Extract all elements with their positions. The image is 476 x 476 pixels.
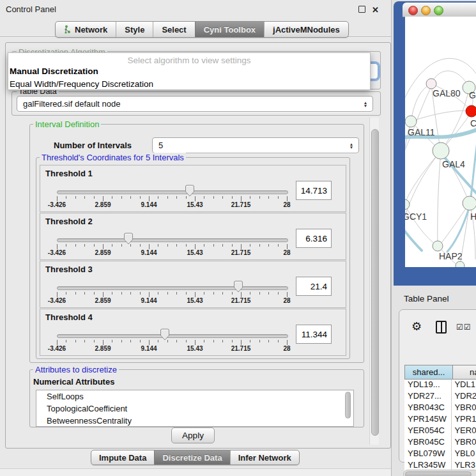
table-horizontal-scrollbar[interactable] <box>403 470 476 476</box>
zoom-window-icon[interactable] <box>434 6 443 15</box>
node-table: shared... na YDL19...YDL1YDR27...YDR2YBR… <box>404 365 476 476</box>
attribute-list-item[interactable]: BetweennessCentrality <box>36 415 353 427</box>
table-row[interactable]: YDL19...YDL1 <box>404 380 476 391</box>
table-row[interactable]: YDR27...YDR2 <box>404 391 476 403</box>
network-node-green[interactable] <box>405 116 417 127</box>
slider-tick <box>121 340 122 342</box>
tab-cyni-toolbox[interactable]: Cyni Toolbox <box>195 22 264 37</box>
network-edge[interactable] <box>438 151 441 246</box>
network-node-pink[interactable] <box>426 79 436 89</box>
cell-shared-name[interactable]: YPR145W <box>404 414 452 426</box>
close-panel-icon[interactable]: ✕ <box>371 6 380 14</box>
float-window-icon[interactable] <box>358 6 365 13</box>
network-edge[interactable] <box>405 151 441 204</box>
slider-track[interactable] <box>57 334 288 338</box>
cell-shared-name[interactable]: YDR27... <box>404 391 452 403</box>
attribute-list-item[interactable]: SelfLoops <box>36 390 353 403</box>
num-intervals-combo[interactable]: 5 ▲▼ <box>152 137 359 153</box>
tab-discretize-data[interactable]: Discretize Data <box>154 450 229 464</box>
slider-tick <box>149 340 150 345</box>
cell-name[interactable]: YBL0 <box>452 449 476 460</box>
table-row[interactable]: YBR043CYBR0 <box>404 403 476 414</box>
slider-tick <box>57 244 58 249</box>
slider-track[interactable] <box>57 286 288 290</box>
tab-impute-data[interactable]: Impute Data <box>91 450 154 464</box>
cell-shared-name[interactable]: YER054C <box>404 426 452 437</box>
slider-tick <box>103 292 104 297</box>
cyni-mode-tabbar: Impute Data Discretize Data Infer Networ… <box>91 450 300 465</box>
minimize-window-icon[interactable] <box>421 6 431 15</box>
network-node-green[interactable] <box>433 241 443 251</box>
tab-jactivemnodules[interactable]: jActiveMNodules <box>264 22 348 37</box>
table-data-combo[interactable]: galFiltered.sif default node ▲▼ <box>17 96 373 112</box>
network-canvas[interactable]: GAL80GACGAL11GAL4GCY1HHAP2 <box>405 17 476 267</box>
slider-handle[interactable] <box>123 233 134 245</box>
network-edge-thick[interactable] <box>405 225 422 250</box>
network-node-green[interactable] <box>456 261 464 267</box>
cell-shared-name[interactable]: YBR045C <box>404 437 452 449</box>
tab-infer-network[interactable]: Infer Network <box>230 450 299 464</box>
cell-name[interactable]: YBR0 <box>452 403 476 414</box>
network-edge[interactable] <box>405 204 438 246</box>
slider-handle[interactable] <box>185 185 195 197</box>
slider-tick <box>259 196 260 199</box>
algorithm-option-manual[interactable]: Manual Discretization <box>8 65 370 78</box>
network-edge[interactable] <box>411 84 431 121</box>
attribute-list-item[interactable]: TopologicalCoefficient <box>36 403 353 415</box>
gear-icon[interactable]: ⚙ <box>411 321 422 332</box>
cell-name[interactable]: YBR0 <box>452 437 476 449</box>
scrollbar-thumb[interactable] <box>405 472 472 476</box>
slider-tick <box>213 244 214 247</box>
column-header-shared-name[interactable]: shared... <box>404 365 453 380</box>
slider-tick <box>268 340 269 342</box>
slider-tick <box>204 340 204 342</box>
slider-tick <box>158 340 158 342</box>
slider-handle[interactable] <box>160 328 170 341</box>
table-row[interactable]: YBL079WYBL0 <box>404 449 476 460</box>
slider-track[interactable] <box>57 190 288 194</box>
tab-style[interactable]: Style <box>116 22 153 37</box>
network-node-green[interactable] <box>433 142 449 159</box>
threshold-value-field[interactable]: 14.713 <box>296 181 332 200</box>
apply-button[interactable]: Apply <box>171 427 215 443</box>
column-header-name[interactable]: na <box>453 365 476 380</box>
threshold-panel: Threshold 1-3.4262.8599.14415.4321.71528… <box>40 165 346 212</box>
slider-tick-label: 9.144 <box>134 201 164 208</box>
scrollbar-thumb[interactable] <box>345 392 351 418</box>
slider-tick <box>278 340 279 342</box>
main-vertical-scrollbar[interactable] <box>369 118 379 445</box>
cell-shared-name[interactable]: YBL079W <box>404 449 452 460</box>
slider-handle[interactable] <box>233 280 243 293</box>
slider-tick <box>75 340 76 342</box>
cell-name[interactable]: YDR2 <box>452 391 476 403</box>
network-node-green[interactable] <box>463 196 476 210</box>
table-row[interactable]: YER054CYER0 <box>404 426 476 437</box>
network-window-titlebar[interactable] <box>403 3 476 17</box>
cell-name[interactable]: YPR1 <box>452 414 476 426</box>
split-columns-icon[interactable] <box>436 321 447 334</box>
cell-name[interactable]: YDL1 <box>452 380 476 391</box>
threshold-value-field[interactable]: 6.316 <box>296 229 332 248</box>
tab-network[interactable]: Network <box>56 22 116 37</box>
close-window-icon[interactable] <box>408 6 418 15</box>
network-node-red[interactable] <box>466 105 476 117</box>
table-row[interactable]: YBR045CYBR0 <box>404 437 476 449</box>
slider-tick-label: 15.43 <box>180 249 210 256</box>
network-edge[interactable] <box>405 151 441 237</box>
threshold-value-field[interactable]: 21.4 <box>296 277 332 296</box>
scrollbar-thumb[interactable] <box>371 129 379 436</box>
cell-shared-name[interactable]: YBR043C <box>404 403 452 414</box>
cell-name[interactable]: YER0 <box>452 426 476 437</box>
slider-track[interactable] <box>57 238 288 242</box>
table-row[interactable]: YPR145WYPR1 <box>404 414 476 426</box>
select-columns-icon[interactable]: ☑☑ <box>456 323 472 332</box>
cell-shared-name[interactable]: YDL19... <box>404 380 452 391</box>
tab-select[interactable]: Select <box>153 22 194 37</box>
network-node-green[interactable] <box>405 199 410 210</box>
slider-tick-label: 2.859 <box>88 201 118 208</box>
algorithm-option-equal-width[interactable]: Equal Width/Frequency Discretization <box>8 78 370 91</box>
attributes-list[interactable]: SelfLoopsTopologicalCoefficientBetweenne… <box>36 390 354 427</box>
attributes-list-scrollbar[interactable] <box>345 392 351 418</box>
slider-tick <box>112 340 112 342</box>
threshold-value-field[interactable]: 11.344 <box>296 325 332 344</box>
